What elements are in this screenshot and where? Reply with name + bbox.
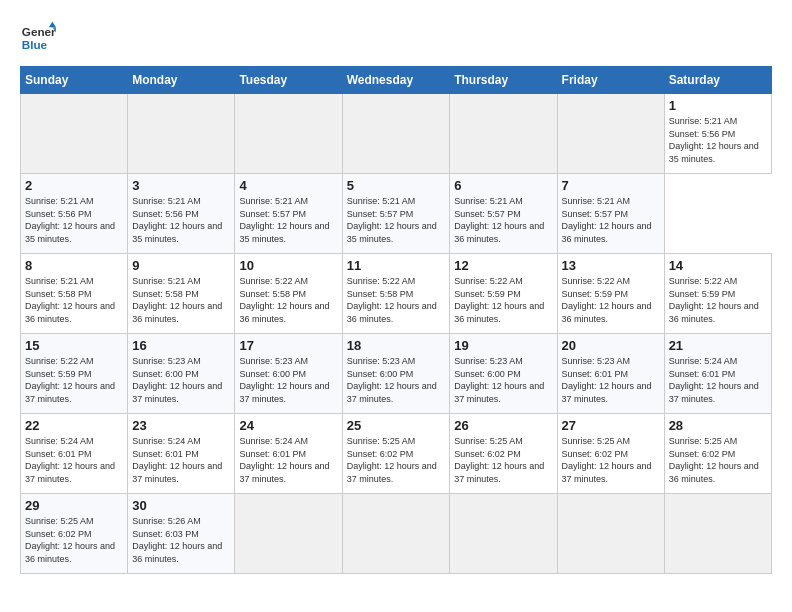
calendar-cell-day: 17 Sunrise: 5:23 AM Sunset: 6:00 PM Dayl… [235, 334, 342, 414]
day-number: 13 [562, 258, 660, 273]
calendar-cell-day: 9 Sunrise: 5:21 AM Sunset: 5:58 PM Dayli… [128, 254, 235, 334]
day-info: Sunrise: 5:21 AM Sunset: 5:56 PM Dayligh… [669, 115, 767, 165]
calendar-cell-day: 22 Sunrise: 5:24 AM Sunset: 6:01 PM Dayl… [21, 414, 128, 494]
weekday-header-row: SundayMondayTuesdayWednesdayThursdayFrid… [21, 67, 772, 94]
day-info: Sunrise: 5:21 AM Sunset: 5:56 PM Dayligh… [132, 195, 230, 245]
calendar-cell-empty [557, 494, 664, 574]
calendar-cell-day: 21 Sunrise: 5:24 AM Sunset: 6:01 PM Dayl… [664, 334, 771, 414]
day-info: Sunrise: 5:22 AM Sunset: 5:59 PM Dayligh… [25, 355, 123, 405]
calendar-cell-empty [128, 94, 235, 174]
calendar-cell-day: 5 Sunrise: 5:21 AM Sunset: 5:57 PM Dayli… [342, 174, 450, 254]
calendar-week-row: 22 Sunrise: 5:24 AM Sunset: 6:01 PM Dayl… [21, 414, 772, 494]
day-number: 22 [25, 418, 123, 433]
day-info: Sunrise: 5:21 AM Sunset: 5:57 PM Dayligh… [347, 195, 446, 245]
calendar-week-row: 15 Sunrise: 5:22 AM Sunset: 5:59 PM Dayl… [21, 334, 772, 414]
day-info: Sunrise: 5:22 AM Sunset: 5:59 PM Dayligh… [454, 275, 552, 325]
day-info: Sunrise: 5:21 AM Sunset: 5:58 PM Dayligh… [25, 275, 123, 325]
day-number: 11 [347, 258, 446, 273]
day-number: 1 [669, 98, 767, 113]
calendar-cell-day: 13 Sunrise: 5:22 AM Sunset: 5:59 PM Dayl… [557, 254, 664, 334]
day-info: Sunrise: 5:22 AM Sunset: 5:59 PM Dayligh… [562, 275, 660, 325]
calendar-cell-empty [21, 94, 128, 174]
day-info: Sunrise: 5:26 AM Sunset: 6:03 PM Dayligh… [132, 515, 230, 565]
day-info: Sunrise: 5:23 AM Sunset: 6:00 PM Dayligh… [454, 355, 552, 405]
day-number: 16 [132, 338, 230, 353]
calendar-cell-day: 3 Sunrise: 5:21 AM Sunset: 5:56 PM Dayli… [128, 174, 235, 254]
day-number: 23 [132, 418, 230, 433]
weekday-header-wednesday: Wednesday [342, 67, 450, 94]
day-number: 26 [454, 418, 552, 433]
weekday-header-monday: Monday [128, 67, 235, 94]
day-info: Sunrise: 5:22 AM Sunset: 5:59 PM Dayligh… [669, 275, 767, 325]
day-number: 19 [454, 338, 552, 353]
calendar-cell-empty [450, 94, 557, 174]
day-info: Sunrise: 5:21 AM Sunset: 5:57 PM Dayligh… [562, 195, 660, 245]
calendar-cell-day: 1 Sunrise: 5:21 AM Sunset: 5:56 PM Dayli… [664, 94, 771, 174]
calendar-week-row: 8 Sunrise: 5:21 AM Sunset: 5:58 PM Dayli… [21, 254, 772, 334]
calendar-cell-day: 2 Sunrise: 5:21 AM Sunset: 5:56 PM Dayli… [21, 174, 128, 254]
logo: General Blue [20, 20, 56, 56]
calendar-cell-day: 7 Sunrise: 5:21 AM Sunset: 5:57 PM Dayli… [557, 174, 664, 254]
calendar-cell-empty [450, 494, 557, 574]
day-info: Sunrise: 5:25 AM Sunset: 6:02 PM Dayligh… [347, 435, 446, 485]
calendar-cell-empty [664, 494, 771, 574]
day-info: Sunrise: 5:25 AM Sunset: 6:02 PM Dayligh… [669, 435, 767, 485]
calendar-cell-day: 27 Sunrise: 5:25 AM Sunset: 6:02 PM Dayl… [557, 414, 664, 494]
day-number: 28 [669, 418, 767, 433]
day-number: 24 [239, 418, 337, 433]
day-info: Sunrise: 5:23 AM Sunset: 6:00 PM Dayligh… [347, 355, 446, 405]
day-number: 8 [25, 258, 123, 273]
calendar-week-row: 2 Sunrise: 5:21 AM Sunset: 5:56 PM Dayli… [21, 174, 772, 254]
day-info: Sunrise: 5:21 AM Sunset: 5:58 PM Dayligh… [132, 275, 230, 325]
calendar-cell-day: 24 Sunrise: 5:24 AM Sunset: 6:01 PM Dayl… [235, 414, 342, 494]
day-number: 15 [25, 338, 123, 353]
weekday-header-tuesday: Tuesday [235, 67, 342, 94]
calendar-cell-day: 19 Sunrise: 5:23 AM Sunset: 6:00 PM Dayl… [450, 334, 557, 414]
calendar-cell-day: 30 Sunrise: 5:26 AM Sunset: 6:03 PM Dayl… [128, 494, 235, 574]
day-number: 10 [239, 258, 337, 273]
calendar-cell-day: 14 Sunrise: 5:22 AM Sunset: 5:59 PM Dayl… [664, 254, 771, 334]
day-number: 30 [132, 498, 230, 513]
calendar-cell-day: 25 Sunrise: 5:25 AM Sunset: 6:02 PM Dayl… [342, 414, 450, 494]
day-info: Sunrise: 5:23 AM Sunset: 6:01 PM Dayligh… [562, 355, 660, 405]
day-info: Sunrise: 5:24 AM Sunset: 6:01 PM Dayligh… [239, 435, 337, 485]
day-number: 12 [454, 258, 552, 273]
calendar-cell-day: 8 Sunrise: 5:21 AM Sunset: 5:58 PM Dayli… [21, 254, 128, 334]
logo-icon: General Blue [20, 20, 56, 56]
day-info: Sunrise: 5:22 AM Sunset: 5:58 PM Dayligh… [347, 275, 446, 325]
day-number: 21 [669, 338, 767, 353]
calendar-cell-empty [342, 494, 450, 574]
day-info: Sunrise: 5:24 AM Sunset: 6:01 PM Dayligh… [669, 355, 767, 405]
day-number: 25 [347, 418, 446, 433]
day-number: 4 [239, 178, 337, 193]
calendar-cell-day: 18 Sunrise: 5:23 AM Sunset: 6:00 PM Dayl… [342, 334, 450, 414]
day-info: Sunrise: 5:21 AM Sunset: 5:57 PM Dayligh… [454, 195, 552, 245]
calendar-cell-day: 28 Sunrise: 5:25 AM Sunset: 6:02 PM Dayl… [664, 414, 771, 494]
weekday-header-friday: Friday [557, 67, 664, 94]
day-number: 18 [347, 338, 446, 353]
day-info: Sunrise: 5:24 AM Sunset: 6:01 PM Dayligh… [25, 435, 123, 485]
calendar-cell-day: 10 Sunrise: 5:22 AM Sunset: 5:58 PM Dayl… [235, 254, 342, 334]
day-number: 27 [562, 418, 660, 433]
calendar-cell-empty [235, 94, 342, 174]
svg-text:Blue: Blue [22, 38, 48, 51]
day-number: 14 [669, 258, 767, 273]
header-section: General Blue [20, 20, 772, 56]
day-info: Sunrise: 5:24 AM Sunset: 6:01 PM Dayligh… [132, 435, 230, 485]
day-number: 29 [25, 498, 123, 513]
day-info: Sunrise: 5:21 AM Sunset: 5:57 PM Dayligh… [239, 195, 337, 245]
day-info: Sunrise: 5:25 AM Sunset: 6:02 PM Dayligh… [562, 435, 660, 485]
calendar-cell-day: 12 Sunrise: 5:22 AM Sunset: 5:59 PM Dayl… [450, 254, 557, 334]
calendar-cell-day: 11 Sunrise: 5:22 AM Sunset: 5:58 PM Dayl… [342, 254, 450, 334]
weekday-header-thursday: Thursday [450, 67, 557, 94]
calendar-table: SundayMondayTuesdayWednesdayThursdayFrid… [20, 66, 772, 574]
calendar-cell-day: 16 Sunrise: 5:23 AM Sunset: 6:00 PM Dayl… [128, 334, 235, 414]
day-number: 17 [239, 338, 337, 353]
calendar-cell-day: 6 Sunrise: 5:21 AM Sunset: 5:57 PM Dayli… [450, 174, 557, 254]
calendar-week-row: 29 Sunrise: 5:25 AM Sunset: 6:02 PM Dayl… [21, 494, 772, 574]
calendar-cell-empty [235, 494, 342, 574]
calendar-cell-empty [342, 94, 450, 174]
day-number: 5 [347, 178, 446, 193]
calendar-cell-day: 20 Sunrise: 5:23 AM Sunset: 6:01 PM Dayl… [557, 334, 664, 414]
weekday-header-saturday: Saturday [664, 67, 771, 94]
